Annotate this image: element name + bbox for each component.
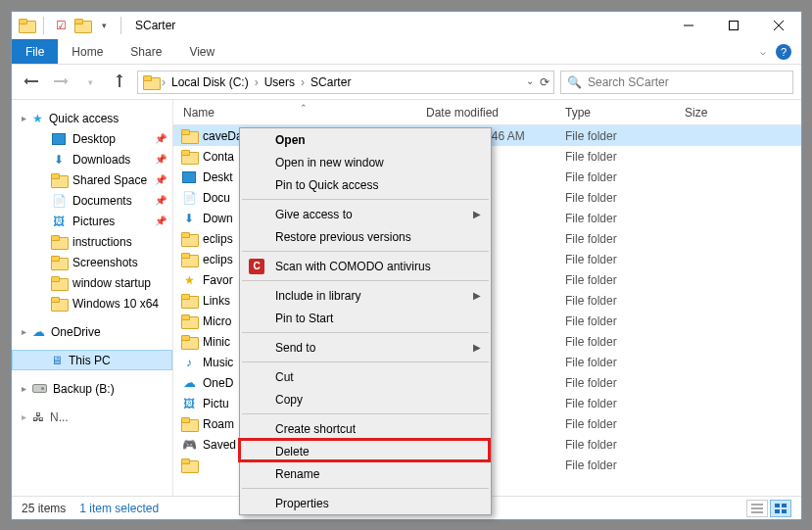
- address-dropdown-icon[interactable]: ⌄: [526, 75, 534, 89]
- qat-dropdown-icon[interactable]: ▾: [95, 17, 113, 34]
- chevron-right-icon[interactable]: ›: [299, 75, 307, 89]
- chevron-right-icon: ▸: [22, 411, 26, 422]
- context-menu-item[interactable]: Include in library▶: [240, 284, 491, 307]
- navigation-bar: 🠔 🠖 ▾ 🠕 › Local Disk (C:) › Users › SCar…: [12, 65, 801, 100]
- sidebar-onedrive[interactable]: ▸ ☁ OneDrive: [12, 321, 172, 342]
- chevron-right-icon[interactable]: ›: [160, 75, 167, 89]
- address-bar[interactable]: › Local Disk (C:) › Users › SCarter ⌄ ⟳: [137, 71, 554, 94]
- context-menu-item[interactable]: Restore previous versions: [240, 225, 491, 248]
- context-menu-label: Copy: [275, 393, 303, 407]
- tab-share[interactable]: Share: [117, 39, 175, 64]
- minimize-button[interactable]: [666, 12, 711, 39]
- context-menu-label: Restore previous versions: [275, 230, 411, 244]
- sidebar-item[interactable]: 🖼Pictures📌: [12, 211, 172, 231]
- file-icon: [181, 334, 197, 350]
- file-type: File folder: [565, 397, 685, 410]
- maximize-button[interactable]: [711, 12, 756, 39]
- context-menu-item[interactable]: Rename: [240, 462, 491, 485]
- chevron-right-icon: ▸: [22, 326, 26, 337]
- file-name: eclips: [203, 232, 233, 246]
- item-icon: 📄: [51, 193, 67, 209]
- forward-button[interactable]: 🠖: [49, 71, 72, 94]
- sidebar-item-label: window startup: [72, 276, 151, 290]
- tab-view[interactable]: View: [175, 39, 228, 64]
- column-headers: Name⌃ Date modified Type Size: [173, 100, 801, 125]
- file-icon: [181, 252, 197, 267]
- crumb-drive[interactable]: Local Disk (C:): [167, 75, 253, 89]
- context-menu-item[interactable]: CScan with COMODO antivirus: [240, 255, 491, 277]
- item-icon: ⬇: [51, 152, 67, 168]
- file-icon: ♪: [181, 355, 197, 370]
- file-name: Docu: [203, 191, 230, 205]
- context-menu-item[interactable]: Pin to Quick access: [240, 173, 491, 196]
- sidebar-quick-access[interactable]: ▸ ★ Quick access: [12, 108, 172, 128]
- sidebar-network[interactable]: ▸ 🖧 N...: [12, 407, 172, 427]
- up-button[interactable]: 🠕: [108, 71, 131, 94]
- context-menu-label: Send to: [275, 341, 315, 355]
- file-name: Saved: [203, 438, 236, 452]
- column-date[interactable]: Date modified: [426, 106, 565, 120]
- star-icon: ★: [32, 112, 43, 125]
- qat-properties-icon[interactable]: ☑: [52, 17, 70, 34]
- close-button[interactable]: [756, 12, 801, 39]
- sidebar-item[interactable]: instructions: [12, 231, 172, 252]
- item-icon: [51, 275, 67, 291]
- view-details-button[interactable]: [746, 500, 768, 517]
- sidebar-item[interactable]: 📄Documents📌: [12, 190, 172, 211]
- context-menu-item[interactable]: Open: [240, 128, 491, 151]
- sidebar-backup-drive[interactable]: ▸ Backup (B:): [12, 378, 172, 399]
- sidebar-item[interactable]: Shared Space📌: [12, 169, 172, 190]
- sidebar-item[interactable]: Windows 10 x64: [12, 293, 172, 313]
- crumb-current[interactable]: SCarter: [307, 75, 355, 89]
- column-type[interactable]: Type: [565, 106, 685, 120]
- sidebar-item[interactable]: window startup: [12, 272, 172, 293]
- file-name: eclips: [203, 253, 233, 266]
- context-menu-item[interactable]: Send to▶: [240, 336, 491, 359]
- chevron-right-icon[interactable]: ›: [253, 75, 261, 89]
- ribbon: File Home Share View ⌵ ?: [12, 39, 801, 65]
- context-menu-item[interactable]: Cut: [240, 365, 491, 388]
- sidebar-item-label: Windows 10 x64: [72, 297, 159, 311]
- help-icon[interactable]: ?: [776, 44, 791, 60]
- column-size[interactable]: Size: [685, 106, 801, 120]
- context-menu-item[interactable]: Properties: [240, 492, 491, 514]
- refresh-icon[interactable]: ⟳: [540, 75, 549, 89]
- title-bar[interactable]: ☑ ▾ SCarter: [12, 12, 801, 39]
- back-button[interactable]: 🠔: [20, 71, 43, 94]
- sidebar-item-label: instructions: [72, 235, 132, 249]
- crumb-users[interactable]: Users: [261, 75, 299, 89]
- file-icon: 🎮: [181, 437, 197, 453]
- app-icon: [18, 17, 35, 34]
- tab-home[interactable]: Home: [58, 39, 117, 64]
- qat-newfolder-icon[interactable]: [73, 17, 91, 34]
- view-icons-button[interactable]: [770, 500, 791, 517]
- context-menu-item[interactable]: Open in new window: [240, 151, 491, 173]
- sidebar-this-pc[interactable]: 🖥 This PC: [12, 350, 172, 370]
- context-menu-item[interactable]: Create shortcut: [240, 417, 491, 440]
- svg-rect-10: [782, 509, 787, 513]
- file-type: File folder: [565, 273, 685, 287]
- sidebar-item-label: Documents: [72, 194, 132, 208]
- file-type: File folder: [565, 253, 685, 266]
- network-icon: 🖧: [32, 410, 44, 424]
- file-name: OneD: [203, 376, 233, 390]
- context-menu-item[interactable]: Delete: [240, 440, 491, 462]
- sidebar-item[interactable]: ⬇Downloads📌: [12, 149, 172, 169]
- column-name[interactable]: Name⌃: [173, 106, 426, 120]
- recent-dropdown[interactable]: ▾: [78, 71, 102, 94]
- file-type: File folder: [565, 458, 685, 472]
- context-menu-item[interactable]: Pin to Start: [240, 307, 491, 329]
- file-name: Pictu: [203, 397, 229, 410]
- sidebar-item[interactable]: Screenshots: [12, 252, 172, 272]
- navigation-pane[interactable]: ▸ ★ Quick access Desktop📌⬇Downloads📌Shar…: [12, 100, 173, 496]
- ribbon-expand-icon[interactable]: ⌵: [760, 46, 766, 57]
- file-type: File folder: [565, 314, 685, 328]
- context-menu-item[interactable]: Give access to▶: [240, 203, 491, 225]
- search-input[interactable]: 🔍 Search SCarter: [560, 71, 793, 94]
- file-tab[interactable]: File: [12, 39, 58, 64]
- svg-rect-9: [775, 509, 780, 513]
- svg-rect-7: [775, 504, 780, 507]
- context-menu-item[interactable]: Copy: [240, 388, 491, 410]
- sidebar-item[interactable]: Desktop📌: [12, 128, 172, 149]
- status-item-count: 25 items: [22, 502, 66, 515]
